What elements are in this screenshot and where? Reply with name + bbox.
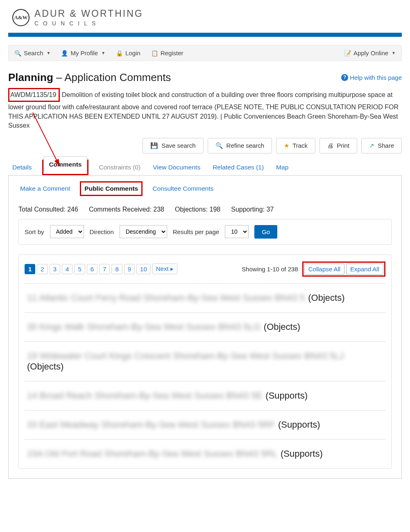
sortby-label: Sort by [25,228,44,235]
redacted-address: 11 Atlantic Court Ferry Road Shoreham-By… [27,293,305,303]
logo-main-text: ADUR & WORTHING [34,8,143,19]
chevron-right-icon: ▸ [170,265,174,272]
logo-header: A&W ADUR & WORTHING COUNCILS [0,0,410,33]
comment-row[interactable]: 11 Atlantic Court Ferry Road Shoreham-By… [25,284,385,312]
go-button[interactable]: Go [254,225,277,239]
page-4[interactable]: 4 [62,264,72,274]
caret-down-icon: ▼ [101,51,105,55]
sub-tabs: Make a Comment Public Comments Consultee… [18,181,392,196]
help-link[interactable]: ? Help with this page [341,74,402,81]
help-label: Help with this page [350,74,402,81]
tab-related[interactable]: Related Cases (1) [211,160,265,175]
comment-status: (Objects) [264,322,300,332]
print-icon: 🖨 [327,142,333,149]
page-9[interactable]: 9 [124,264,135,274]
share-button[interactable]: ↗ Share [361,138,402,153]
expand-collapse-highlight: Collapse All Expand All [302,261,385,277]
count-objections: Objections: 198 [175,206,220,213]
logo-sub-text: COUNCILS [34,20,143,27]
counts-row: Total Consulted: 246 Comments Received: … [18,206,392,213]
page-5[interactable]: 5 [74,264,85,274]
login-label: Login [125,50,140,56]
tab-comments[interactable]: Comments [43,156,87,172]
save-label: Save search [161,142,195,149]
tab-documents[interactable]: View Documents [151,160,202,175]
caret-down-icon: ▼ [392,51,396,55]
pager-row: 1 2 3 4 5 6 7 8 9 10 Next ▸ Showing 1-10… [25,261,385,284]
count-consulted: Total Consulted: 246 [18,206,78,213]
top-toolbar: 🔍 Search ▼ 👤 My Profile ▼ 🔒 Login 📋 Regi… [8,45,402,61]
tab-map[interactable]: Map [274,160,290,175]
results-block: 1 2 3 4 5 6 7 8 9 10 Next ▸ Showing 1-10… [18,255,392,469]
pagination: 1 2 3 4 5 6 7 8 9 10 Next ▸ [25,264,177,274]
comment-status: (Supports) [281,449,323,459]
collapse-all-button[interactable]: Collapse All [304,264,344,275]
page-next[interactable]: Next ▸ [152,264,177,274]
page-8[interactable]: 8 [111,264,122,274]
subtab-public-comments[interactable]: Public Comments [84,185,138,192]
refine-label: Refine search [227,142,265,149]
comment-row[interactable]: 15A Old Fort Road Shoreham-By-Sea West S… [25,439,385,468]
save-icon: 💾 [150,142,158,149]
subtab-make-comment[interactable]: Make a Comment [18,182,72,196]
share-label: Share [378,142,394,149]
redacted-address: 15A Old Fort Road Shoreham-By-Sea West S… [27,449,277,459]
redacted-address: 19 Widewater Court Kings Crescent Shoreh… [27,351,344,361]
subtab-consultee-comments[interactable]: Consultee Comments [151,182,215,196]
application-reference: AWDM/1135/19 [10,91,56,98]
page-1[interactable]: 1 [25,264,35,274]
subtab-public-highlight: Public Comments [80,181,143,196]
direction-label: Direction [90,228,114,235]
sortby-select[interactable]: Added [50,225,84,238]
page-10[interactable]: 10 [136,264,151,274]
track-button[interactable]: ★ Track [276,138,315,153]
register-icon: 📋 [151,50,158,56]
rpp-label: Results per page [173,228,219,235]
tab-constraints[interactable]: Constraints (0) [97,160,143,175]
profile-label: My Profile [70,50,98,56]
application-description: AWDM/1135/19 Demolition of existing toil… [8,88,402,131]
application-summary: Demolition of existing toilet block and … [8,91,399,129]
track-label: Track [292,142,308,149]
help-icon: ? [341,74,348,81]
profile-menu[interactable]: 👤 My Profile ▼ [61,50,105,56]
share-icon: ↗ [369,142,374,149]
direction-select[interactable]: Descending [120,225,167,238]
apply-icon: 📝 [344,50,351,56]
comment-row[interactable]: 14 Broad Reach Shoreham-By-Sea West Suss… [25,381,385,410]
page-2[interactable]: 2 [37,264,48,274]
sort-controls: Sort by Added Direction Descending Resul… [18,219,392,245]
reference-highlight: AWDM/1135/19 [8,88,60,102]
star-icon: ★ [284,142,289,149]
profile-icon: 👤 [61,50,68,56]
action-buttons: 💾 Save search 🔍 Refine search ★ Track 🖨 … [8,138,402,153]
print-label: Print [337,142,349,149]
page-3[interactable]: 3 [50,264,60,274]
print-button[interactable]: 🖨 Print [319,138,357,153]
tab-details[interactable]: Details [11,160,33,175]
rpp-select[interactable]: 10 [225,225,249,238]
comment-row[interactable]: 30 Kings Walk Shoreham-By-Sea West Susse… [25,312,385,341]
tab-comments-highlight: Comments [42,160,88,175]
accent-bar [8,33,402,37]
save-search-button[interactable]: 💾 Save search [143,138,203,153]
refine-search-button[interactable]: 🔍 Refine search [208,138,272,153]
page-7[interactable]: 7 [99,264,110,274]
apply-online-menu[interactable]: 📝 Apply Online ▼ [344,50,396,56]
expand-all-button[interactable]: Expand All [346,264,383,275]
redacted-address: 30 Kings Walk Shoreham-By-Sea West Susse… [27,322,260,332]
count-received: Comments Received: 238 [89,206,164,213]
results-list: 11 Atlantic Court Ferry Road Shoreham-By… [25,284,385,468]
count-supporting: Supporting: 37 [231,206,274,213]
login-link[interactable]: 🔒 Login [116,50,140,56]
comment-status: (Supports) [278,419,320,430]
comment-status: (Supports) [265,390,308,401]
comment-row[interactable]: 19 Widewater Court Kings Crescent Shoreh… [25,341,385,381]
comment-row[interactable]: 33 East Meadway Shoreham-By-Sea West Sus… [25,410,385,439]
lock-icon: 🔒 [116,50,123,56]
page-title: Planning – Application Comments [8,71,171,84]
search-menu[interactable]: 🔍 Search ▼ [14,50,50,56]
register-label: Register [161,50,183,56]
register-link[interactable]: 📋 Register [151,50,183,56]
page-6[interactable]: 6 [87,264,97,274]
